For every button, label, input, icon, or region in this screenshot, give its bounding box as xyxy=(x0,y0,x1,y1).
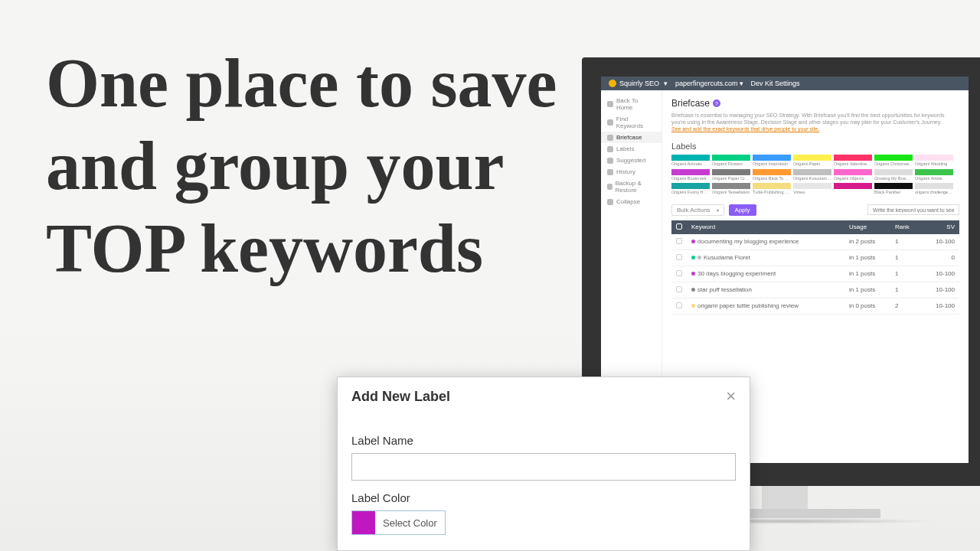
sidebar-item[interactable]: Back To Home xyxy=(601,95,662,113)
modal-title: Add New Label xyxy=(351,389,450,405)
desc-link[interactable]: See and add the exact keywords that driv… xyxy=(671,126,819,132)
cell-usage[interactable]: in 0 posts xyxy=(844,298,890,314)
label-swatch[interactable]: Origami Valentines Day xyxy=(834,155,872,167)
cell-usage[interactable]: in 1 posts xyxy=(844,249,890,266)
label-color-bar xyxy=(793,169,831,175)
apply-button[interactable]: Apply xyxy=(729,204,756,216)
label-color-bar xyxy=(834,155,872,161)
sidebar-icon xyxy=(607,199,613,205)
cell-keyword: origami paper tuttle publishing review xyxy=(687,298,844,314)
sidebar-item[interactable]: Collapse xyxy=(601,196,662,207)
label-swatch[interactable]: Origami Artists xyxy=(915,169,953,181)
label-swatch[interactable]: Origami Wedding xyxy=(915,155,953,167)
label-swatch[interactable]: Origami Funny Holidays xyxy=(671,183,710,195)
keyword-search-input[interactable] xyxy=(867,204,959,215)
label-swatch[interactable]: Origami Flowers xyxy=(712,155,750,167)
cell-rank[interactable]: 1 xyxy=(890,266,929,282)
cell-rank[interactable]: 1 xyxy=(890,249,929,266)
col-usage[interactable]: Usage xyxy=(844,220,890,234)
label-swatch[interactable]: Origami Kusudama and Modular xyxy=(793,169,831,181)
cell-sv: 10-100 xyxy=(929,234,959,250)
label-swatch[interactable]: Origami Animals xyxy=(671,155,710,167)
sidebar-item-label: Find Keywords xyxy=(616,116,655,129)
color-picker[interactable]: Select Color xyxy=(351,510,446,535)
brand-name: Squirrly SEO xyxy=(619,80,659,87)
label-swatch[interactable]: Origami Objects xyxy=(834,169,872,181)
row-checkbox[interactable] xyxy=(676,270,682,276)
row-checkbox[interactable] xyxy=(676,254,682,260)
site-dropdown[interactable]: paperfingercuts.com xyxy=(675,80,743,87)
label-name-label: Label Name xyxy=(351,434,736,447)
cell-rank[interactable]: 1 xyxy=(890,282,929,298)
cell-usage[interactable]: in 2 posts xyxy=(844,234,890,250)
bulk-actions-select[interactable]: Bulk Actions xyxy=(671,204,724,216)
sidebar-item[interactable]: History xyxy=(601,166,662,178)
help-icon[interactable]: ? xyxy=(713,99,720,107)
label-swatch[interactable]: Origami Back To School xyxy=(753,169,791,181)
col-rank[interactable]: Rank xyxy=(890,220,929,234)
label-color-bar xyxy=(915,155,953,161)
labels-grid: Origami AnimalsOrigami FlowersOrigami In… xyxy=(671,155,959,195)
sidebar-icon xyxy=(607,101,613,107)
sidebar-item[interactable]: Backup & Restore xyxy=(601,178,662,196)
sidebar-item[interactable]: Suggested xyxy=(601,155,662,166)
label-dot-icon xyxy=(691,304,695,308)
label-swatch[interactable]: Black Panther xyxy=(874,183,913,195)
sidebar-icon xyxy=(607,146,613,152)
col-sv[interactable]: SV xyxy=(929,220,959,234)
brand[interactable]: Squirrly SEO xyxy=(609,80,668,87)
label-name: origami challenge 2023 xyxy=(915,191,953,195)
label-name: Origami Tessellation xyxy=(712,191,750,195)
label-swatch[interactable]: origami challenge 2023 xyxy=(915,183,953,195)
label-swatch[interactable]: Growing My Business xyxy=(874,169,913,181)
monitor-neck xyxy=(762,486,808,509)
label-color-bar xyxy=(793,155,831,161)
label-name: Origami Inspiration xyxy=(753,162,791,167)
label-swatch[interactable]: Origami Paper xyxy=(793,155,831,167)
label-dot-icon xyxy=(691,256,695,259)
label-name: Black Panther xyxy=(874,191,913,195)
row-checkbox[interactable] xyxy=(676,286,682,292)
label-swatch[interactable]: Origami Christmas xyxy=(874,155,913,167)
label-name: Growing My Business xyxy=(874,177,913,181)
row-checkbox[interactable] xyxy=(676,238,682,244)
color-swatch xyxy=(352,511,375,534)
dev-settings-link[interactable]: Dev Kit Settings xyxy=(751,80,800,87)
chevron-down-icon xyxy=(662,80,668,87)
hero-heading: One place to save and group your TOP key… xyxy=(46,42,582,290)
label-swatch[interactable] xyxy=(834,183,872,195)
label-swatch[interactable]: Tuttle Publishing Packs xyxy=(753,183,791,195)
label-swatch[interactable]: Vimeo xyxy=(793,183,831,195)
label-swatch[interactable]: Origami Bookmark xyxy=(671,169,710,181)
label-swatch[interactable]: Origami Tessellation xyxy=(712,183,750,195)
col-keyword[interactable]: Keyword xyxy=(687,220,844,234)
select-color-button[interactable]: Select Color xyxy=(375,513,445,533)
sidebar-item[interactable]: Briefcase xyxy=(601,132,662,143)
cell-rank[interactable]: 2 xyxy=(890,298,929,314)
row-checkbox[interactable] xyxy=(676,302,682,308)
label-color-bar xyxy=(915,183,953,189)
sidebar-item[interactable]: Find Keywords xyxy=(601,113,662,132)
label-name: Tuttle Publishing Packs xyxy=(753,191,791,195)
label-name: Origami Objects xyxy=(834,177,872,181)
cell-sv: 10-100 xyxy=(929,266,959,282)
label-dot-icon xyxy=(697,256,701,259)
close-icon[interactable]: × xyxy=(726,388,736,405)
label-name-input[interactable] xyxy=(351,453,736,481)
label-name: Origami Christmas xyxy=(874,162,913,167)
label-swatch[interactable]: Origami Inspiration xyxy=(753,155,791,167)
brand-logo-icon xyxy=(609,80,616,87)
top-bar: Squirrly SEO paperfingercuts.com Dev Kit… xyxy=(601,77,969,90)
sidebar-item[interactable]: Labels xyxy=(601,143,662,155)
cell-usage[interactable]: in 1 posts xyxy=(844,282,890,298)
labels-heading: Labels xyxy=(671,142,959,151)
cell-rank[interactable]: 1 xyxy=(890,234,929,250)
page-description: Briefcase is essential to managing your … xyxy=(671,112,959,132)
sidebar-item-label: Backup & Restore xyxy=(616,180,655,194)
label-swatch[interactable]: Origami Paper Cranes xyxy=(712,169,750,181)
select-all-checkbox[interactable] xyxy=(676,223,682,230)
cell-keyword: documenting my blogging experience xyxy=(687,234,844,250)
cell-usage[interactable]: in 1 posts xyxy=(844,266,890,282)
label-color-bar xyxy=(834,169,872,175)
sidebar-icon xyxy=(607,169,613,175)
